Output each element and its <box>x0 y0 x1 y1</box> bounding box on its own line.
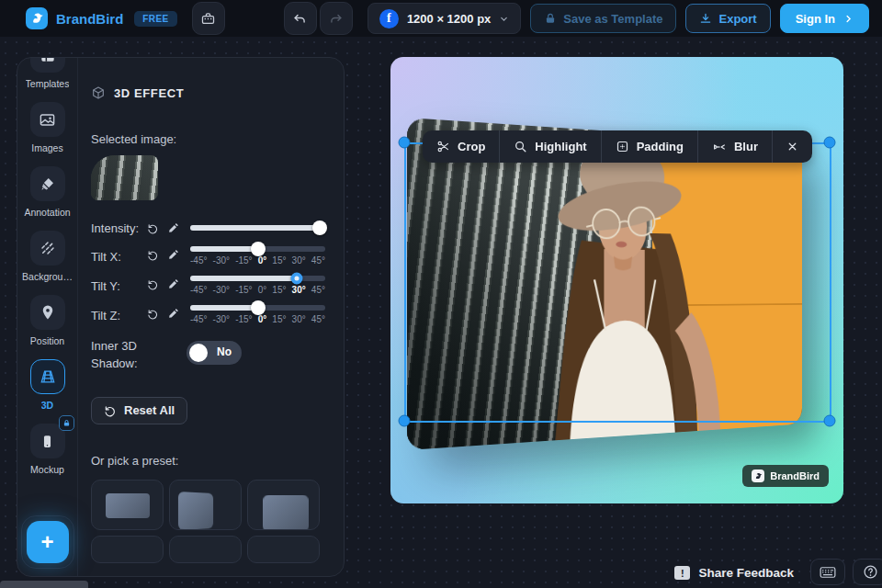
help-button[interactable] <box>853 559 882 585</box>
panel-title: 3D EFFECT <box>114 86 184 100</box>
redo-icon <box>328 11 344 27</box>
panel-header: 3D EFFECT <box>91 85 325 100</box>
download-icon <box>699 12 712 25</box>
canvas[interactable]: CropHighlightPaddingBlur BrandBird <box>390 57 843 503</box>
slider-thumb[interactable] <box>291 273 303 285</box>
slider-track[interactable] <box>190 246 325 252</box>
inner-shadow-label: Inner 3D Shadow: <box>91 338 187 373</box>
reset-icon[interactable] <box>142 278 163 290</box>
reset-icon[interactable] <box>142 249 163 261</box>
brandbird-watermark-icon <box>752 469 764 482</box>
slider-row-tiltz: Tilt Z:-45°-30°-15°0°15°30°45° <box>91 305 325 327</box>
cube-icon <box>91 85 106 100</box>
keyboard-icon <box>820 566 836 579</box>
slider-thumb[interactable] <box>251 300 266 315</box>
inner-shadow-toggle[interactable]: No <box>187 341 242 365</box>
reset-all-button[interactable]: Reset All <box>91 397 187 424</box>
pencil-icon[interactable] <box>163 308 183 320</box>
reset-icon <box>104 404 117 417</box>
effect-panel: 3D EFFECT Selected image: <box>78 58 344 576</box>
sidebar-item-mockup[interactable]: Mockup <box>17 424 78 488</box>
watermark-label: BrandBird <box>770 470 820 481</box>
preset-option[interactable] <box>91 536 164 563</box>
preset-label: Or pick a preset: <box>91 454 325 468</box>
pencil-icon[interactable] <box>163 249 183 261</box>
close-toolbar-button[interactable] <box>773 130 812 163</box>
question-icon <box>863 564 878 580</box>
slider-thumb[interactable] <box>312 220 327 235</box>
preset-option[interactable] <box>169 536 242 563</box>
lock-icon <box>59 415 74 431</box>
plan-badge: FREE <box>134 11 176 27</box>
slider-row-tiltx: Tilt X:-45°-30°-15°0°15°30°45° <box>91 246 325 268</box>
add-tool-button[interactable]: + <box>27 521 69 563</box>
facebook-icon: f <box>379 9 399 28</box>
toggle-knob <box>189 344 208 362</box>
feedback-bubble-icon: ! <box>674 566 690 580</box>
canvas-size-value: 1200 × 1200 px <box>407 12 491 26</box>
selected-photo[interactable] <box>407 118 802 450</box>
marker-icon <box>40 175 56 192</box>
left-panel: TemplatesImagesAnnotationBackgrou…Positi… <box>17 57 345 577</box>
pin-icon <box>40 304 56 321</box>
top-bar: BrandBird FREE f 1200 × 1200 px Save as … <box>0 0 882 37</box>
selection-edge-right <box>830 142 831 421</box>
sidebar-item-backgrou-[interactable]: Backgrou… <box>17 231 78 295</box>
export-button[interactable]: Export <box>685 4 770 33</box>
pencil-icon[interactable] <box>163 222 183 234</box>
padding-icon <box>616 140 629 153</box>
selected-image-thumbnail[interactable] <box>91 155 158 200</box>
image-icon <box>39 111 56 129</box>
undo-button[interactable] <box>284 2 317 35</box>
add-tool-wrap: + <box>21 515 74 569</box>
inner-shadow-row: Inner 3D Shadow: No <box>91 338 325 373</box>
preset-raised[interactable] <box>247 480 320 530</box>
workspace-button[interactable] <box>192 2 225 35</box>
selection-handle-top-right[interactable] <box>824 137 836 149</box>
slider-group: Intensity:Tilt X:-45°-30°-15°0°15°30°45°… <box>91 217 325 327</box>
preset-flat[interactable] <box>91 480 164 530</box>
slider-track[interactable] <box>190 276 325 281</box>
slider-ticks: -45°-30°-15°0°15°30°45° <box>190 255 325 266</box>
slider-track[interactable] <box>190 305 325 311</box>
image-toolbar: CropHighlightPaddingBlur <box>423 130 812 163</box>
selection-handle-bottom-left[interactable] <box>399 415 411 427</box>
keyboard-shortcuts-button[interactable] <box>810 559 845 585</box>
selection-edge-bottom <box>404 421 830 423</box>
slider-track[interactable] <box>190 225 325 231</box>
highlight-button[interactable]: Highlight <box>500 130 601 163</box>
template-icon <box>39 57 57 64</box>
selection-handle-bottom-right[interactable] <box>824 415 836 427</box>
sign-in-button[interactable]: Sign In <box>780 4 869 33</box>
padding-button[interactable]: Padding <box>602 130 698 163</box>
perspective-grid-icon <box>39 368 57 386</box>
preset-option[interactable] <box>247 536 320 563</box>
share-feedback-button[interactable]: ! Share Feedback <box>674 566 794 580</box>
reset-icon[interactable] <box>142 222 163 234</box>
pencil-icon[interactable] <box>163 278 183 290</box>
blur-button[interactable]: Blur <box>698 130 773 163</box>
slider-thumb[interactable] <box>251 242 266 256</box>
sidebar-item-templates[interactable]: Templates <box>17 57 78 102</box>
preset-tilted[interactable] <box>169 480 242 530</box>
sidebar-item-annotation[interactable]: Annotation <box>17 166 78 231</box>
selected-image-label: Selected image: <box>91 132 325 146</box>
chevron-down-icon <box>499 14 509 24</box>
lock-icon <box>544 12 557 25</box>
selection-edge-left <box>404 142 406 421</box>
reset-icon[interactable] <box>142 308 163 320</box>
chevron-right-icon <box>843 14 854 24</box>
redo-button[interactable] <box>320 2 353 35</box>
striped-wall <box>91 155 158 200</box>
toggle-value: No <box>217 345 232 358</box>
sidebar-item-images[interactable]: Images <box>17 102 78 166</box>
brandbird-logo-icon[interactable] <box>26 7 48 29</box>
sidebar-item-3d[interactable]: 3D <box>17 359 78 424</box>
crop-button[interactable]: Crop <box>423 130 500 163</box>
selection-handle-top-left[interactable] <box>399 137 411 149</box>
brand-name: BrandBird <box>56 11 123 27</box>
save-as-template-button[interactable]: Save as Template <box>530 4 676 33</box>
scissors-icon <box>436 140 450 153</box>
canvas-size-dropdown[interactable]: f 1200 × 1200 px <box>368 3 521 34</box>
sidebar-item-position[interactable]: Position <box>17 295 78 359</box>
